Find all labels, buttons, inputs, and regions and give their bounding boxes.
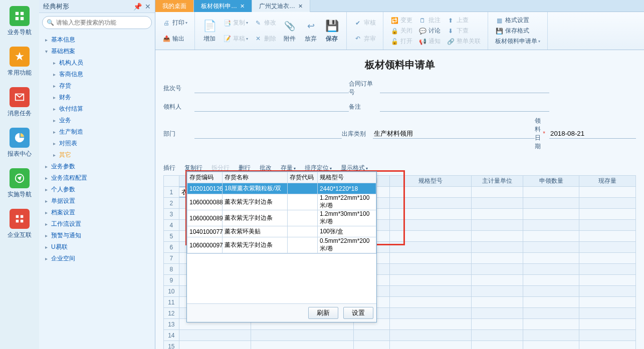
table-row[interactable]: 14 [164,330,636,341]
tree-node[interactable]: ▸对照表 [39,138,155,149]
close-doc-button[interactable]: 🔒关闭 [388,26,414,36]
sidebar-pie[interactable]: 报表中心 [0,122,39,162]
doctype-select[interactable]: 板材领料申请单▾ [493,36,542,47]
undo-icon: ↶ [354,35,362,43]
draft-button[interactable]: 📝草稿▾ [221,34,250,44]
sidebar-grid[interactable]: 业务导航 [0,0,39,41]
sidebar-mail[interactable]: 消息任务 [0,81,39,122]
insert-row-button[interactable]: 插行 [163,164,175,172]
abandon-button[interactable]: ↶弃审 [352,34,378,44]
approve-button[interactable]: 🗒批注 [416,15,443,26]
attach-icon: 📎 [282,19,297,34]
tree-node[interactable]: ▸机构人员 [39,57,155,69]
delete-button[interactable]: ✕删除 [252,34,278,44]
chat-icon: 💬 [418,27,426,35]
popup-header[interactable]: 存货代码 [288,172,318,183]
print-button[interactable]: 🖨打印▾ [160,18,189,28]
contract-input[interactable] [380,83,549,93]
notify-button[interactable]: 📢通知 [416,36,443,47]
search-input[interactable] [56,19,147,26]
tree-node[interactable]: ▸收付结算 [39,103,155,115]
popup-row[interactable]: 1060000088薰衣紫无字封边条1.2mm*22mm*100米/卷 [187,194,376,210]
tree-node[interactable]: ▸生产制造 [39,126,155,138]
tree-node[interactable]: ▾基础档案 [39,46,155,57]
popup-header[interactable]: 存货名称 [223,172,288,183]
popup-row[interactable]: 1060000089薰衣紫无字封边条1.2mm*30mm*100米/卷 [187,210,376,226]
tree-search[interactable]: 🔍 [42,16,152,29]
tree-node[interactable]: ▸个人参数 [39,184,155,195]
tree-node[interactable]: ▸预警与通知 [39,230,155,241]
saveformat-button[interactable]: 💾保存格式 [493,26,542,36]
popup-header[interactable]: 规格型号 [318,172,376,183]
tree-node[interactable]: ▸财务 [39,92,155,103]
release-icon: ↩ [303,19,318,34]
tab-close-icon[interactable]: ✕ [298,3,303,10]
attach-button[interactable]: 📎附件 [279,14,300,48]
modify-button[interactable]: ✎修改 [252,18,278,28]
setting-button[interactable]: 设置 [343,307,373,319]
date-input[interactable] [549,129,636,139]
discuss-button[interactable]: 💬讨论 [416,26,443,36]
tree-node[interactable]: ▸业务参数 [39,161,155,172]
output-button[interactable]: 📤输出 [160,34,189,44]
tree-node[interactable]: ▸其它 [39,149,155,161]
sidebar-star[interactable]: 常用功能 [0,41,39,81]
outtype-input[interactable] [373,129,535,139]
copy-button[interactable]: 📑复制▾ [221,18,250,28]
popup-row[interactable]: 1060000097薰衣紫无字封边条0.5mm*22mm*200米/卷 [187,237,376,253]
whole-button[interactable]: 🔗整单关联 [445,36,483,47]
dept-input[interactable] [194,129,342,139]
tab-close-icon[interactable]: ✕ [240,3,245,10]
tree-node[interactable]: ▸业务 [39,115,155,126]
up-button[interactable]: ⬆上查 [445,15,483,26]
open-doc-button[interactable]: 🔓打开 [388,36,414,47]
popup-row[interactable]: 102010012618厘薰衣紫颗粒板/双2440*1220*18 [187,183,376,194]
refresh-button[interactable]: 刷新 [308,307,338,319]
batch-input[interactable] [194,83,349,93]
grid-header[interactable]: 申领数量 [523,176,579,187]
format-button[interactable]: ▦格式设置 [493,15,542,26]
popup-row[interactable]: 1040100077薰衣紫环美贴100张/盒 [187,226,376,237]
sidebar-link[interactable]: 企业互联 [0,203,39,243]
release-button[interactable]: ↩放弃 [300,14,321,48]
down-button[interactable]: ⬇下查 [445,26,483,36]
tree-node[interactable]: ▸业务流程配置 [39,172,155,184]
tree-node[interactable]: ▸企业空间 [39,253,155,264]
up-icon: ⬆ [447,17,455,25]
tab[interactable]: 我的桌面 [155,0,194,12]
popup-table[interactable]: 存货编码存货名称存货代码规格型号 102010012618厘薰衣紫颗粒板/双24… [187,172,376,253]
table-row[interactable]: 15 [164,341,636,350]
lock-icon: 🔒 [390,27,398,35]
popup-header[interactable]: 存货编码 [187,172,223,183]
add-button[interactable]: 📄增加 [199,14,220,48]
grid-header[interactable]: 现存量 [579,176,636,187]
required-mark: * [543,130,545,137]
icon-sidebar: 业务导航常用功能消息任务报表中心实施导航企业互联 [0,0,39,349]
tree-node[interactable]: ▸U易联 [39,241,155,253]
tree-node[interactable]: ▸基本信息 [39,34,155,46]
svg-rect-0 [16,12,19,15]
tree-node[interactable]: ▸单据设置 [39,195,155,207]
remark-input[interactable] [380,102,549,112]
change-button[interactable]: 🔁变更 [388,15,414,26]
tab[interactable]: 板材领料申…✕ [194,0,252,12]
tree-node[interactable]: ▸客商信息 [39,69,155,80]
svg-rect-1 [21,12,24,15]
tab[interactable]: 广州艾迪衣…✕ [252,0,310,12]
receiver-input[interactable] [194,102,349,112]
save-button[interactable]: 💾保存 [321,14,342,48]
batch-label: 批次号 [163,84,192,93]
down-icon: ⬇ [447,27,455,35]
remark-label: 备注 [349,103,378,111]
grid-header[interactable]: 规格型号 [389,176,472,187]
sidebar-compass[interactable]: 实施导航 [0,162,39,203]
tree-node[interactable]: ▸存货 [39,80,155,92]
grid-header[interactable]: 主计量单位 [472,176,523,187]
tree-node[interactable]: ▸档案设置 [39,207,155,218]
audit-button[interactable]: ✔审核 [352,18,378,28]
tree-header: 经典树形 📌 ✕ [39,0,155,13]
tree-node[interactable]: ▸工作流设置 [39,218,155,230]
pin-icon[interactable]: 📌 [133,3,142,11]
receiver-label: 领料人 [163,103,192,111]
close-icon[interactable]: ✕ [145,3,151,11]
